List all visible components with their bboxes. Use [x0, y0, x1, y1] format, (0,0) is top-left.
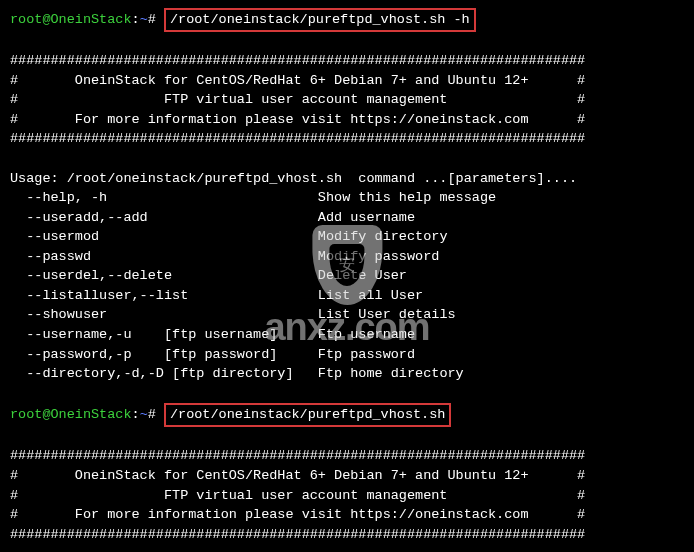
banner-line-3: # For more information please visit http…	[10, 110, 684, 130]
prompt-at: @	[42, 12, 50, 27]
banner-border: ########################################…	[10, 525, 684, 545]
prompt-host: OneinStack	[51, 12, 132, 27]
option-row: --showuser List User details	[10, 305, 684, 325]
prompt-at: @	[42, 407, 50, 422]
option-row: --userdel,--delete Delete User	[10, 266, 684, 286]
option-row: --useradd,--add Add username	[10, 208, 684, 228]
banner-line-2: # FTP virtual user account management #	[10, 90, 684, 110]
option-row: --directory,-d,-D [ftp directory] Ftp ho…	[10, 364, 684, 384]
prompt-path: ~	[140, 12, 148, 27]
prompt-symbol: #	[148, 12, 156, 27]
blank-line	[10, 427, 684, 447]
banner-border: ########################################…	[10, 129, 684, 149]
highlighted-command-2: /root/oneinstack/pureftpd_vhost.sh	[164, 403, 451, 427]
banner-border: ########################################…	[10, 446, 684, 466]
prompt-colon: :	[132, 407, 140, 422]
prompt-line-1[interactable]: root@OneinStack:~# /root/oneinstack/pure…	[10, 8, 684, 32]
banner-line-1: # OneinStack for CentOS/RedHat 6+ Debian…	[10, 71, 684, 91]
prompt-user: root	[10, 12, 42, 27]
prompt-symbol: #	[148, 407, 156, 422]
banner-border: ########################################…	[10, 51, 684, 71]
blank-line	[10, 149, 684, 169]
option-row: --help, -h Show this help message	[10, 188, 684, 208]
blank-line	[10, 384, 684, 404]
option-row: --listalluser,--list List all User	[10, 286, 684, 306]
prompt-path: ~	[140, 407, 148, 422]
prompt-line-2[interactable]: root@OneinStack:~# /root/oneinstack/pure…	[10, 403, 684, 427]
blank-line	[10, 32, 684, 52]
option-row: --passwd Modify password	[10, 247, 684, 267]
terminal-output: root@OneinStack:~# /root/oneinstack/pure…	[10, 8, 684, 544]
banner-line-2: # FTP virtual user account management #	[10, 486, 684, 506]
banner-line-1: # OneinStack for CentOS/RedHat 6+ Debian…	[10, 466, 684, 486]
prompt-colon: :	[132, 12, 140, 27]
banner-line-3: # For more information please visit http…	[10, 505, 684, 525]
option-row: --usermod Modify directory	[10, 227, 684, 247]
prompt-host: OneinStack	[51, 407, 132, 422]
option-row: --username,-u [ftp username] Ftp usernam…	[10, 325, 684, 345]
highlighted-command-1: /root/oneinstack/pureftpd_vhost.sh -h	[164, 8, 476, 32]
usage-header: Usage: /root/oneinstack/pureftpd_vhost.s…	[10, 169, 684, 189]
prompt-user: root	[10, 407, 42, 422]
option-row: --password,-p [ftp password] Ftp passwor…	[10, 345, 684, 365]
